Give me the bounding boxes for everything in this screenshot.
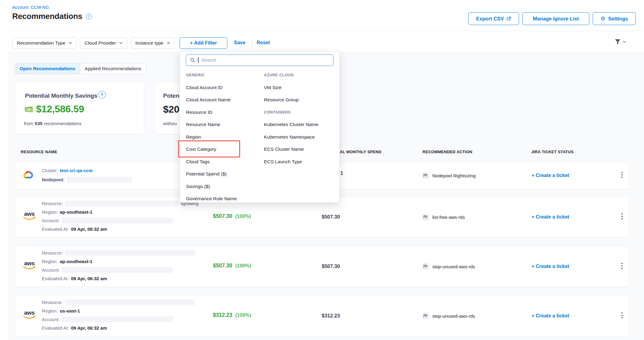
close-icon[interactable]: ✕ — [166, 41, 170, 45]
dropdown-item-kubernetes-namespace[interactable]: Kubernetes Namespace — [264, 131, 334, 143]
chevron-down-icon — [68, 42, 72, 44]
section-header-generic: GENERIC — [186, 69, 261, 81]
evaluated-at-value: 09 Apr, 06:32 am — [71, 325, 107, 331]
manage-ignore-list-button[interactable]: Manage Ignore List — [522, 12, 589, 25]
column-header-jira-ticket-status[interactable]: JIRA TICKET STATUS — [531, 150, 574, 154]
table-row[interactable]: aws Resource: Region: ap-southeast-1 Acc… — [15, 246, 629, 287]
region-label: Region: — [42, 259, 58, 264]
dropdown-item-resource-name[interactable]: Resource Name — [186, 118, 261, 131]
recommended-action-cell: stop-unused-aws-rds — [423, 263, 475, 269]
tab-open-recommendations[interactable]: Open Recommendations — [15, 63, 80, 74]
dropdown-item-resource-group[interactable]: Resource Group — [264, 94, 334, 106]
region-value: ap-southeast-1 — [60, 209, 93, 215]
evaluated-at-value: 09 Apr, 06:32 am — [71, 276, 107, 281]
dropdown-item-kubernetes-cluster-name[interactable]: Kubernetes Cluster Name — [264, 118, 334, 131]
table-row[interactable]: aws Resource: Region: us-east-1 Account:… — [15, 295, 629, 336]
export-csv-button[interactable]: Export CSV — [468, 12, 519, 25]
column-header-resource-name[interactable]: RESOURCE NAME — [21, 150, 57, 154]
recommendations-page: Account: CCM-NG Recommendations i Export… — [0, 0, 644, 340]
monthly-spend-value-partial: 1 — [340, 170, 343, 176]
create-ticket-link[interactable]: + Create a ticket — [532, 264, 569, 269]
redacted-resource-value — [65, 250, 195, 256]
dropdown-item-cloud-account-id[interactable]: Cloud Account ID — [186, 81, 261, 94]
cluster-name-link[interactable]: test-sri-qa-ccm — [60, 168, 93, 173]
dropdown-item-resource-id[interactable]: Resource ID — [186, 106, 261, 119]
search-input[interactable]: Search — [186, 55, 333, 66]
page-title: Recommendations — [12, 12, 82, 21]
action-thumbnail-icon — [423, 313, 429, 319]
filter-chip-recommendation-type[interactable]: Recommendation Type — [12, 37, 77, 49]
region-label: Region: — [42, 209, 58, 215]
redacted-resource-value — [65, 201, 178, 206]
create-ticket-link[interactable]: + Create a ticket — [532, 173, 569, 178]
info-icon[interactable]: i — [86, 14, 92, 19]
export-csv-label: Export CSV — [476, 16, 504, 22]
filter-chip-cloud-provider[interactable]: Cloud Provider — [80, 37, 127, 49]
account-label: Account: — [42, 317, 60, 322]
monthly-savings-value: $507.30 — [213, 213, 232, 219]
dropdown-item-governance-rule-name[interactable]: Governance Rule Name — [186, 193, 261, 205]
column-header-recommended-action[interactable]: RECOMMENDED ACTION — [423, 150, 472, 154]
recommended-action-label: stop-unused-aws-rds — [432, 264, 475, 269]
tab-applied-recommendations[interactable]: Applied Recommendations — [80, 63, 146, 74]
column-header-total-monthly-spend[interactable]: AL MONTHLY SPEND — [340, 150, 382, 154]
monthly-savings-value: $312.23 — [213, 312, 232, 318]
add-filter-label: + Add Filter — [190, 40, 217, 46]
redacted-account-value — [62, 218, 173, 223]
row-menu-button[interactable] — [619, 312, 625, 318]
google-cloud-icon — [22, 170, 35, 181]
dropdown-column-generic: GENERIC Cloud Account ID Cloud Account N… — [186, 69, 261, 205]
spend-card-title-partial: Poten — [163, 92, 179, 99]
chip-label: Instance type — [135, 40, 163, 46]
reset-filter-link[interactable]: Reset — [257, 40, 270, 45]
recommended-action-cell: stop-unused-aws-rds — [423, 313, 475, 319]
evaluated-at-label: Evaluated At: — [42, 226, 69, 232]
monthly-spend-value: $507.30 — [322, 214, 340, 220]
add-filter-button[interactable]: + Add Filter — [180, 37, 227, 49]
breadcrumb[interactable]: Account: CCM-NG — [12, 5, 49, 10]
dropdown-item-savings[interactable]: Savings ($) — [186, 180, 261, 193]
filter-panel-toggle[interactable] — [615, 39, 626, 45]
aws-logo-text: aws — [24, 211, 35, 217]
filter-chip-instance-type[interactable]: Instance type ✕ — [131, 37, 175, 49]
row-menu-button[interactable] — [619, 213, 625, 219]
search-placeholder: Search — [201, 57, 216, 63]
action-thumbnail-icon — [423, 172, 429, 179]
row-menu-button[interactable] — [619, 172, 625, 178]
dropdown-item-cloud-account-name[interactable]: Cloud Account Name — [186, 94, 261, 106]
subtitle-prefix: from — [24, 121, 35, 126]
savings-card-subtitle: from 535 recommendations — [24, 121, 82, 126]
savings-percentage: (100%) — [235, 263, 251, 269]
chip-label: Recommendation Type — [17, 40, 65, 46]
account-label: Account: — [42, 218, 60, 223]
create-ticket-link[interactable]: + Create a ticket — [532, 214, 569, 220]
region-label: Region: — [42, 308, 58, 313]
dropdown-item-vm-size[interactable]: VM Size — [264, 81, 334, 94]
table-row[interactable]: aws Resource: lightwing Region: ap-south… — [15, 197, 629, 237]
cost-category-highlight-box — [178, 140, 240, 157]
money-icon — [24, 105, 34, 113]
monthly-savings-value: $507.30 — [213, 262, 232, 269]
dropdown-item-potential-spend[interactable]: Potential Spend ($) — [186, 168, 261, 180]
create-ticket-link[interactable]: + Create a ticket — [532, 313, 569, 319]
evaluated-at-label: Evaluated At: — [42, 325, 69, 331]
save-filter-link[interactable]: Save — [234, 40, 245, 45]
redacted-account-value — [62, 316, 173, 322]
row-menu-button[interactable] — [619, 263, 625, 269]
potential-monthly-savings-card: Potential Monthly Savings ? $12,586.59 f… — [15, 82, 144, 134]
cluster-label: Cluster: — [42, 168, 58, 173]
text-cursor — [198, 57, 199, 63]
dropdown-column-cloud-specific: AZURE CLOUD VM Size Resource Group CONTA… — [264, 69, 334, 168]
settings-button[interactable]: ⚙ Settings — [593, 12, 636, 25]
recommendations-tabs: Open Recommendations Applied Recommendat… — [15, 63, 146, 74]
recommended-action-label: list-free-aws-rds — [432, 215, 465, 220]
search-icon — [190, 58, 195, 63]
nodepool-label: Nodepool: — [42, 177, 64, 182]
subtitle-suffix: recommendations — [42, 121, 82, 126]
help-icon[interactable]: ? — [98, 91, 106, 99]
dropdown-item-ecs-cluster-name[interactable]: ECS Cluster Name — [264, 143, 334, 156]
chevron-down-icon — [119, 42, 123, 44]
aws-icon: aws — [23, 310, 36, 319]
dropdown-item-ecs-launch-type[interactable]: ECS Launch Type — [264, 156, 334, 168]
redacted-nodepool-value — [67, 177, 132, 183]
